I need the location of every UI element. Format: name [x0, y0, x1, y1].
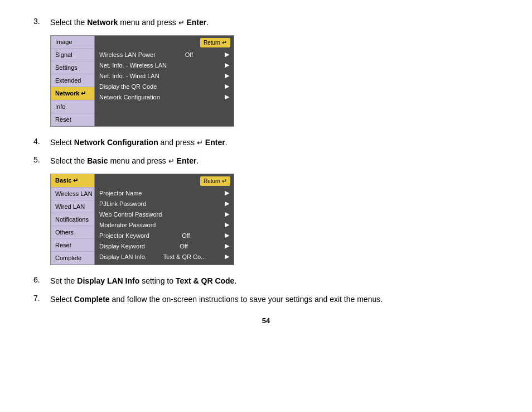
menu2-right-item-6[interactable]: Display Keyword Off ▶: [95, 241, 234, 251]
menu2-item-notifications[interactable]: Notifications: [51, 213, 94, 226]
menu2-right-item-2[interactable]: PJLink Password ▶: [95, 198, 234, 209]
menu1-item-info[interactable]: Info: [51, 100, 94, 113]
menu2-return-arrow: ↵: [222, 178, 227, 185]
menu2-right-arrow-5: ▶: [225, 232, 229, 239]
menu2-right-item-7[interactable]: Display LAN Info. Text & QR Co... ▶: [95, 251, 234, 262]
menu2-right-arrow-2: ▶: [225, 200, 229, 207]
step-6-bold: Display LAN Info: [77, 276, 139, 285]
menu1-right-arrow-5: ▶: [225, 93, 229, 100]
menu1-right-item-5[interactable]: Network Configuration ▶: [95, 92, 234, 102]
step-5-number: 5.: [33, 155, 50, 164]
step-4-enter-label: Enter: [205, 138, 225, 147]
menu1-right-label-4: Display the QR Code: [99, 83, 157, 90]
step-6-text: Set the Display LAN Info setting to Text…: [50, 275, 236, 287]
step-6-bold2: Text & QR Code: [176, 276, 235, 285]
page-content: 3. Select the Network menu and press ↵ E…: [0, 0, 532, 342]
menu1-return-arrow: ↵: [222, 39, 227, 46]
step-4-bold: Network Configuration: [74, 138, 158, 147]
menu1-item-reset[interactable]: Reset: [51, 113, 94, 126]
menu2-right-arrow-3: ▶: [225, 210, 229, 218]
step-3-enter-label: Enter: [186, 18, 206, 27]
menu1-item-network[interactable]: Network ↵: [51, 87, 94, 100]
menu1-item-signal[interactable]: Signal: [51, 49, 94, 61]
menu1-right: Return ↵ Wireless LAN Power Off ▶ Net. I…: [95, 35, 234, 127]
menu2-right-arrow-7: ▶: [225, 253, 229, 260]
step-5-bold: Basic: [87, 156, 108, 165]
menu1-right-label-3: Net. Info. - Wired LAN: [99, 73, 159, 79]
menu2-left: Basic ↵ Wireless LAN Wired LAN Notificat…: [50, 174, 95, 265]
step-5-enter-label: Enter: [177, 156, 197, 165]
menu2-return-button[interactable]: Return ↵: [200, 176, 230, 186]
menu1-right-arrow-2: ▶: [225, 61, 229, 69]
menu1-right-item-4[interactable]: Display the QR Code ▶: [95, 81, 234, 92]
menu2-right-item-3[interactable]: Web Control Password ▶: [95, 209, 234, 219]
menu2-item-wired[interactable]: Wired LAN: [51, 200, 94, 213]
menu2-item-reset[interactable]: Reset: [51, 239, 94, 252]
menu2-item-basic[interactable]: Basic ↵: [51, 174, 94, 188]
screenshot-2: Basic ↵ Wireless LAN Wired LAN Notificat…: [50, 174, 234, 265]
step-4: 4. Select Network Configuration and pres…: [33, 137, 499, 148]
menu2-right-arrow-1: ▶: [225, 189, 229, 197]
menu2-return-label: Return: [204, 178, 220, 184]
menu1-item-settings[interactable]: Settings: [51, 61, 94, 74]
menu2-right-label-4: Moderator Password: [99, 222, 156, 228]
step-7-text: Select Complete and follow the on-screen…: [50, 294, 383, 305]
step-3: 3. Select the Network menu and press ↵ E…: [33, 17, 499, 28]
step-7-number: 7.: [33, 294, 50, 303]
menu2-right: Return ↵ Projector Name ▶ PJLink Passwor…: [95, 174, 234, 265]
step-5-enter: ↵: [168, 157, 175, 165]
step-6: 6. Set the Display LAN Info setting to T…: [33, 275, 499, 287]
menu1-right-arrow-1: ▶: [225, 51, 229, 58]
menu1-right-arrow-4: ▶: [225, 83, 229, 90]
menu2-item-others[interactable]: Others: [51, 226, 94, 239]
menu2-right-label-1: Projector Name: [99, 190, 142, 197]
menu1-right-item-3[interactable]: Net. Info. - Wired LAN ▶: [95, 70, 234, 81]
step-3-bold: Network: [87, 18, 118, 27]
menu1-right-item-2[interactable]: Net. Info. - Wireless LAN ▶: [95, 60, 234, 70]
step-4-after: and press: [158, 138, 197, 147]
page-number: 54: [33, 317, 499, 325]
step-6-number: 6.: [33, 275, 50, 284]
step-5-text: Select the Basic menu and press ↵ Enter.: [50, 155, 199, 167]
menu2-right-label-7: Display LAN Info.: [99, 253, 147, 260]
menu1-item-extended[interactable]: Extended: [51, 74, 94, 87]
menu2-right-label-6: Display Keyword: [99, 243, 145, 250]
menu2-right-value-7: Text & QR Co...: [163, 253, 206, 260]
menu1-right-label-2: Net. Info. - Wireless LAN: [99, 62, 167, 69]
menu2-right-label-2: PJLink Password: [99, 200, 146, 207]
menu1-right-item-1[interactable]: Wireless LAN Power Off ▶: [95, 49, 234, 60]
menu1-right-value-1: Off: [185, 51, 193, 58]
menu1-left: Image Signal Settings Extended Network ↵…: [50, 35, 95, 127]
menu2-item-wireless[interactable]: Wireless LAN: [51, 188, 94, 200]
step-5: 5. Select the Basic menu and press ↵ Ent…: [33, 155, 499, 167]
menu1-right-label-5: Network Configuration: [99, 94, 160, 100]
menu1-return-label: Return: [204, 40, 220, 46]
menu2-right-label-3: Web Control Password: [99, 211, 162, 218]
menu2-right-value-6: Off: [180, 243, 187, 250]
menu2-right-arrow-6: ▶: [225, 242, 229, 250]
step-4-number: 4.: [33, 137, 50, 146]
step-7-bold: Complete: [74, 295, 110, 304]
menu1-item-image[interactable]: Image: [51, 36, 94, 49]
menu2-right-item-5[interactable]: Projector Keyword Off ▶: [95, 230, 234, 241]
step-3-text: Select the Network menu and press ↵ Ente…: [50, 17, 209, 28]
menu1-right-label-1: Wireless LAN Power: [99, 51, 156, 58]
menu2-right-item-4[interactable]: Moderator Password ▶: [95, 219, 234, 230]
menu2-right-value-5: Off: [182, 232, 190, 239]
screenshot-1: Image Signal Settings Extended Network ↵…: [50, 35, 234, 127]
step-3-after: menu and press: [118, 18, 178, 27]
step-4-enter: ↵: [197, 138, 203, 147]
step-7: 7. Select Complete and follow the on-scr…: [33, 294, 499, 305]
menu2-right-item-1[interactable]: Projector Name ▶: [95, 188, 234, 198]
menu1-right-arrow-3: ▶: [225, 72, 229, 79]
step-3-enter: ↵: [178, 18, 185, 27]
step-3-number: 3.: [33, 17, 50, 26]
menu2-right-arrow-4: ▶: [225, 221, 229, 228]
menu1-return-button[interactable]: Return ↵: [200, 38, 230, 47]
step-4-text: Select Network Configuration and press ↵…: [50, 137, 228, 148]
step-5-after: menu and press: [108, 156, 168, 165]
menu2-right-label-5: Projector Keyword: [99, 232, 149, 239]
menu2-item-complete[interactable]: Complete: [51, 252, 94, 265]
